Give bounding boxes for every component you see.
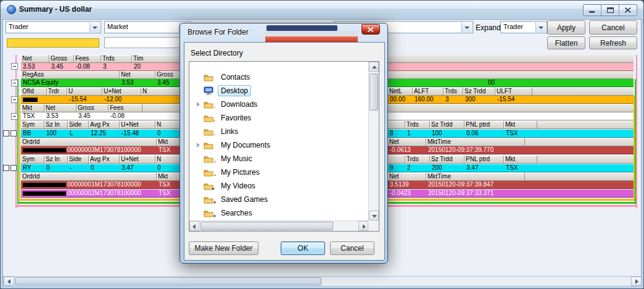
grid-cell[interactable]: 100 bbox=[44, 130, 68, 137]
grid-header-cell[interactable]: Net bbox=[388, 173, 426, 180]
expander-icon[interactable] bbox=[195, 101, 204, 107]
grid-cell[interactable]: 3 bbox=[444, 96, 463, 103]
make-new-folder-button[interactable]: Make New Folder bbox=[189, 241, 258, 255]
grid-cell[interactable]: 0.06 bbox=[464, 130, 504, 137]
grid-header-cell[interactable]: Trds bbox=[405, 121, 430, 128]
scroll-left-arrow[interactable] bbox=[4, 277, 14, 286]
grid-header-cell[interactable]: U+Net bbox=[102, 88, 141, 95]
grid-cell[interactable]: -15.48 bbox=[120, 130, 155, 137]
grid-cell[interactable]: 3.53 bbox=[120, 79, 155, 86]
grid-header-cell[interactable]: Sym bbox=[21, 121, 44, 128]
grid-header-cell[interactable]: Net bbox=[21, 55, 49, 62]
grid-header-cell[interactable]: RegAss bbox=[21, 71, 120, 78]
tree-item-favorites[interactable]: ★Favorites bbox=[190, 111, 368, 125]
grid-cell[interactable]: 8 bbox=[388, 130, 405, 137]
grid-header-cell[interactable]: N bbox=[155, 156, 183, 163]
grid-cell[interactable]: TSX bbox=[504, 164, 537, 172]
grid-header-cell[interactable]: Side bbox=[68, 121, 89, 128]
grid-cell[interactable]: RY bbox=[21, 164, 44, 172]
grid-cell[interactable]: -15.54 bbox=[67, 96, 102, 103]
tree-horizontal-scrollbar[interactable] bbox=[189, 220, 368, 231]
grid-cell[interactable]: 1 bbox=[405, 130, 430, 137]
grid-cell[interactable]: 20150120-09:37:39.847 bbox=[426, 181, 525, 188]
grid-cell[interactable]: 20150120-09:37:33.371 bbox=[426, 190, 525, 197]
grid-header-cell[interactable]: N bbox=[141, 88, 181, 95]
tree-item-my-videos[interactable]: ►My Videos bbox=[190, 179, 368, 193]
grid-header-cell[interactable]: Mkt bbox=[504, 156, 537, 163]
expander-icon[interactable] bbox=[195, 142, 204, 148]
scroll-thumb[interactable] bbox=[200, 222, 333, 230]
grid-header-cell[interactable]: OfId bbox=[21, 88, 47, 95]
tree-item-my-music[interactable]: ♪My Music bbox=[190, 152, 368, 165]
grid-cell[interactable]: 0 bbox=[44, 164, 68, 172]
grid-header-cell[interactable] bbox=[388, 156, 405, 163]
grid-header-cell[interactable]: Net bbox=[388, 138, 426, 146]
grid-header-cell[interactable]: MktTime bbox=[426, 173, 525, 180]
grid-cell[interactable]: 3.45 bbox=[76, 112, 109, 120]
grid-cell[interactable]: 3.45 bbox=[49, 63, 74, 70]
grid-cell[interactable]: -12.00 bbox=[102, 96, 141, 103]
grid-cell[interactable]: 3.47 bbox=[120, 164, 155, 172]
grid-header-cell[interactable]: NetL bbox=[388, 88, 413, 95]
grid-header-cell[interactable]: Mkt bbox=[157, 173, 183, 180]
grid-cell[interactable]: 9 bbox=[388, 164, 405, 172]
grid-cell[interactable]: -0.0613 bbox=[388, 146, 426, 154]
grid-header-cell[interactable]: Sz Trdd bbox=[430, 156, 464, 163]
grid-cell[interactable]: 0 bbox=[89, 164, 120, 172]
dialog-cancel-button[interactable]: Cancel bbox=[330, 241, 374, 255]
grid-cell[interactable]: TSX bbox=[157, 146, 183, 154]
grid-cell[interactable]: 00 bbox=[486, 79, 500, 86]
grid-cell[interactable]: 0 bbox=[155, 130, 183, 137]
grid-header-cell[interactable]: Net bbox=[120, 71, 155, 78]
grid-header-cell[interactable]: Mkt bbox=[157, 138, 183, 146]
grid-header-cell[interactable]: Gross bbox=[49, 55, 74, 62]
grid-header-cell[interactable]: Fees bbox=[74, 55, 101, 62]
grid-cell[interactable]: - bbox=[68, 164, 89, 172]
scroll-right-arrow[interactable] bbox=[631, 277, 642, 286]
tree-item-searches[interactable]: ●Searches bbox=[190, 206, 368, 220]
tree-item-my-pictures[interactable]: ▪My Pictures bbox=[190, 165, 368, 179]
grid-header-cell[interactable]: U bbox=[67, 88, 102, 95]
grid-header-cell[interactable]: OrdrId bbox=[21, 173, 157, 180]
grid-cell[interactable]: 20 bbox=[132, 63, 180, 70]
grid-cell[interactable]: 3 bbox=[101, 63, 132, 70]
grid-cell[interactable]: 100 bbox=[430, 130, 464, 137]
grid-cell[interactable]: 00000001M173078100000 bbox=[21, 181, 157, 188]
grid-cell[interactable]: TSX bbox=[157, 190, 183, 197]
grid-header-cell[interactable]: Trds bbox=[101, 55, 132, 62]
grid-header-cell[interactable]: ALFT bbox=[413, 88, 444, 95]
grid-cell[interactable]: 160.00 bbox=[413, 96, 444, 103]
scroll-thumb[interactable] bbox=[15, 277, 321, 285]
grid-header-cell[interactable]: Avg Px bbox=[89, 156, 120, 163]
grid-cell[interactable]: -0.08 bbox=[109, 112, 142, 120]
grid-cell[interactable]: 0 bbox=[155, 164, 183, 172]
tree-item-contacts[interactable]: Contacts bbox=[190, 70, 368, 84]
grid-header-cell[interactable]: PNL ptrd bbox=[464, 121, 504, 128]
grid-header-cell[interactable]: Sz In bbox=[44, 156, 68, 163]
grid-header-cell[interactable]: OrdrId bbox=[21, 138, 157, 146]
grid-cell[interactable]: 00000003M173078100000 bbox=[21, 146, 157, 154]
grid-cell[interactable]: 20150120-09:37:39.770 bbox=[426, 146, 525, 154]
grid-cell[interactable]: 3.53 bbox=[44, 112, 76, 120]
scroll-down-arrow[interactable] bbox=[369, 211, 379, 220]
grid-header-cell[interactable]: Trdr bbox=[47, 88, 67, 95]
scroll-thumb[interactable] bbox=[369, 73, 378, 111]
grid-cell[interactable]: TSX bbox=[504, 130, 537, 137]
tree-item-my-documents[interactable]: My Documents bbox=[190, 138, 368, 152]
tree-item-links[interactable]: →Links bbox=[190, 125, 368, 138]
grid-cell[interactable]: 2 bbox=[405, 164, 430, 172]
grid-header-cell[interactable] bbox=[388, 121, 405, 128]
tree-item-downloads[interactable]: ↓Downloads bbox=[190, 98, 368, 111]
grid-header-cell[interactable]: Net bbox=[44, 104, 76, 112]
grid-cell[interactable]: 300 bbox=[463, 96, 495, 103]
grid-header-cell[interactable]: Trds bbox=[405, 156, 430, 163]
grid-cell[interactable]: NCSA Equity bbox=[21, 79, 120, 86]
grid-header-cell[interactable]: Fees bbox=[109, 104, 142, 112]
grid-header-cell[interactable]: Trds bbox=[444, 88, 463, 95]
grid-cell[interactable]: -0.08 bbox=[74, 63, 101, 70]
grid-cell[interactable]: 00000002M173078100000 bbox=[21, 190, 157, 197]
grid-cell[interactable]: 200 bbox=[430, 164, 464, 172]
grid-header-cell[interactable]: Gross bbox=[76, 104, 109, 112]
grid-header-cell[interactable]: ULFT bbox=[495, 88, 532, 95]
grid-header-cell[interactable]: Mkt bbox=[21, 104, 44, 112]
